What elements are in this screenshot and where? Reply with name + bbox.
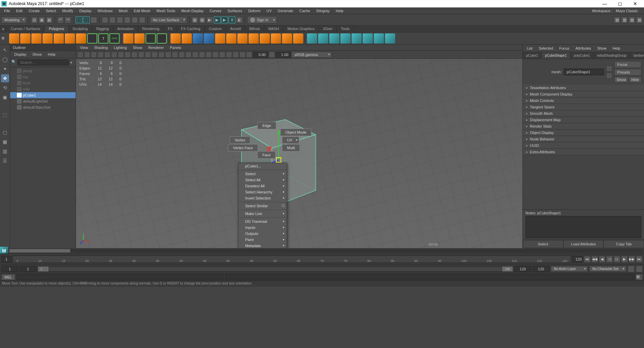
vp-icon-24[interactable] [233,52,239,58]
attr-menu-show[interactable]: Show [594,46,609,51]
attr-section-mesh-component-display[interactable]: Mesh Component Display [523,91,644,98]
vp-icon-18[interactable] [192,52,198,58]
layout-two-icon[interactable]: ▥ [1,147,9,155]
poly-pyramid-icon[interactable] [76,33,86,44]
sculpt-8-icon[interactable] [385,33,395,44]
layout-outliner-icon[interactable]: ☰ [1,157,9,165]
ctx-paint[interactable]: Paint [238,237,287,243]
ctx-inputs[interactable]: Inputs [238,224,287,231]
poly-svg-icon[interactable]: SVG [109,33,120,44]
play-back-button[interactable]: ◁ [606,256,613,263]
render-button[interactable]: ▶ [206,17,213,23]
render-region-button[interactable]: ▶ [214,17,221,23]
separate-icon[interactable] [134,33,145,44]
snap-curve-button[interactable]: ◌ [109,17,116,23]
shelf-tab-motiongraphics[interactable]: Motion Graphics [283,26,319,32]
vp-icon-11[interactable] [145,52,151,58]
attr-tab-polyCube1[interactable]: polyCube1 [570,52,594,59]
attr-menu-attributes[interactable]: Attributes [573,46,594,51]
multicut-icon[interactable] [193,33,203,44]
vp-icon-15[interactable] [172,52,178,58]
vp-icon-23[interactable] [226,52,232,58]
vp-menu-lighting[interactable]: Lighting [111,45,130,50]
menu-modify[interactable]: Modify [59,8,76,14]
poly-sphere-icon[interactable] [9,33,19,44]
ctx-select-hierarchy[interactable]: Select Hierarchy [238,189,287,195]
sculpt-5-icon[interactable] [352,33,362,44]
merge-icon[interactable] [271,33,281,44]
attr-menu-selected[interactable]: Selected [536,46,556,51]
attr-nav-forward-icon[interactable] [606,73,612,79]
next-key-button[interactable]: ▶▶ [628,256,635,263]
vp-icon-7[interactable] [118,52,124,58]
shelf-tab-arnold[interactable]: Arnold [226,26,245,32]
combine-icon[interactable] [123,33,133,44]
sculpt-1-icon[interactable] [307,33,317,44]
shelf-options-button[interactable]: ⚙ [1,36,8,41]
vp-icon-13[interactable] [158,52,164,58]
attr-tab-pCube1[interactable]: pCube1 [523,52,542,59]
vp-colorspace-combo[interactable]: sRGB gamma [291,52,332,58]
layout-single-icon[interactable]: ▢ [1,128,9,136]
viewport-canvas[interactable]: Verts:880Edges:12120Faces:660Tris:12120U… [76,59,522,248]
render-settings-button[interactable]: ⏸ [229,17,235,23]
mode-selector[interactable]: Modeling [1,17,27,23]
outliner-menu-display[interactable]: Display [11,52,29,57]
vp-gamma2-icon[interactable] [269,52,275,58]
go-end-button[interactable]: ⏭ [636,256,643,263]
vp-icon-4[interactable] [98,52,104,58]
extrude-icon[interactable] [171,33,181,44]
vp-menu-view[interactable]: View [77,45,91,50]
ctx-make-live[interactable]: Make Live [238,211,287,217]
layout-button-4[interactable]: ▦ [636,17,643,23]
workspace-combo[interactable]: Maya Classic [614,8,640,14]
prev-key-button[interactable]: ◀◀ [591,256,598,263]
outliner-item-top[interactable]: top [10,74,76,80]
attr-section-tangent-space[interactable]: Tangent Space [523,104,644,110]
ctx-select-similar[interactable]: Select Similar [238,203,287,209]
move-tool[interactable]: ✥ [1,74,9,82]
vp-exposure-field[interactable]: 0.00 [253,52,268,58]
time-track[interactable]: 5101520253035404550556065707580859095100… [13,256,571,263]
step-forward-button[interactable]: ▶ [621,256,628,263]
signin-button[interactable]: Sign In [247,16,277,24]
attr-section-tessellation-attributes[interactable]: Tessellation Attributes [523,85,644,91]
poly-torus-icon[interactable] [65,33,75,44]
vp-icon-3[interactable] [91,52,97,58]
range-inner-end-field[interactable]: 120 [514,266,531,272]
booleans-icon[interactable] [146,33,156,44]
go-start-button[interactable]: ⏮ [584,256,591,263]
range-track[interactable]: 1 120 [38,266,513,272]
attr-show-button[interactable]: Show [614,77,628,83]
shelf-tab-curves[interactable]: Curves / Surfaces [7,26,45,32]
menu-windows[interactable]: Windows [95,8,115,14]
viewport-scrollbar-thumb[interactable] [9,249,70,252]
poly-cone-icon[interactable] [43,33,53,44]
bridge-icon[interactable] [182,33,192,44]
anim-layer-combo[interactable]: No Anim Layer [551,266,588,272]
attr-section-mesh-controls[interactable]: Mesh Controls [523,98,644,104]
outliner-item-front[interactable]: front [10,80,76,86]
snap-point-button[interactable]: ◌ [117,17,123,23]
attr-hide-button[interactable]: Hide [629,77,641,83]
menu-create[interactable]: Create [26,8,43,14]
vp-icon-9[interactable] [131,52,137,58]
target-weld-icon[interactable] [204,33,214,44]
poly-type-icon[interactable] [87,33,97,44]
shelf-menu-button[interactable]: ≡ [0,26,7,32]
attr-section-render-stats[interactable]: Render Stats [523,123,644,130]
attr-focus-button[interactable]: Focus [614,61,641,68]
vp-gamma-icon[interactable] [246,52,252,58]
outliner-menu-show[interactable]: Show [30,52,45,57]
select-tool[interactable]: ↖ [1,46,9,54]
time-end-field[interactable]: 120 [572,256,583,263]
bevel-icon[interactable] [215,33,225,44]
shelf-tab-animation[interactable]: Animation [113,26,138,32]
shelf-tab-rigging[interactable]: Rigging [92,26,113,32]
shelf-tab-xgen[interactable]: XGen [319,26,337,32]
mm-face[interactable]: Face [257,151,276,159]
vp-icon-5[interactable] [104,52,110,58]
ctx-invert-selection[interactable]: Invert Selection [238,195,287,201]
vp-menu-renderer[interactable]: Renderer [146,45,166,50]
command-input[interactable] [17,274,224,280]
